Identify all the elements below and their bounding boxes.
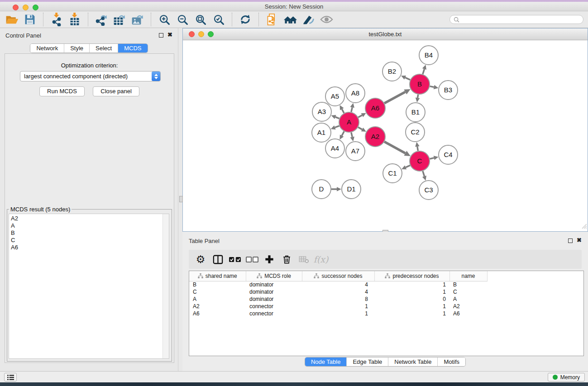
table-cell[interactable]: A [449, 295, 487, 303]
table-row[interactable]: A2connector11A2 [189, 303, 583, 310]
table-cell[interactable]: 1 [302, 310, 374, 317]
table-cell[interactable]: 0 [374, 295, 449, 303]
node-B4[interactable]: B4 [419, 46, 438, 65]
network-window-titlebar[interactable]: testGlobe.txt [183, 29, 588, 40]
edge-C-C2[interactable] [415, 142, 420, 151]
node-A8[interactable]: A8 [346, 84, 365, 103]
network-canvas[interactable]: AA1A2A3A4A5A6A7A8BB1B2B3B4CC1C2C3C4DD1 [183, 40, 588, 231]
refresh-icon[interactable] [236, 12, 254, 27]
settings-gear-icon[interactable]: ⚙ [194, 252, 207, 267]
zoom-in-icon[interactable] [155, 12, 173, 27]
close-panel-icon[interactable]: ✖ [167, 32, 172, 38]
column-header-predecessor-nodes[interactable]: predecessor nodes [374, 271, 449, 281]
delete-column-icon[interactable] [280, 252, 293, 267]
mcds-result-item[interactable]: A [9, 222, 169, 229]
select-all-columns-icon[interactable] [229, 252, 241, 267]
edge-A6-B[interactable] [384, 89, 411, 103]
table-cell[interactable]: connector [246, 303, 302, 310]
table-cell[interactable]: A2 [189, 303, 246, 310]
task-history-button[interactable] [4, 373, 17, 381]
table-cell[interactable]: A [189, 295, 246, 303]
edge-B-B3[interactable] [430, 85, 439, 89]
node-A[interactable]: A [339, 112, 359, 132]
tab-network[interactable]: Network [30, 44, 64, 52]
hide-details-icon[interactable] [299, 12, 317, 27]
app-titlebar[interactable]: Session: New Session [0, 2, 588, 11]
save-session-icon[interactable] [21, 12, 39, 27]
edge-A-A2[interactable] [358, 127, 366, 132]
column-header-shared-name[interactable]: shared name [189, 271, 246, 281]
table-cell[interactable]: 4 [302, 281, 374, 288]
edge-B-B1[interactable] [416, 95, 420, 102]
import-table-icon[interactable] [66, 12, 84, 27]
edge-A-A1[interactable] [331, 125, 339, 129]
mcds-result-item[interactable]: C [9, 237, 169, 244]
node-C1[interactable]: C1 [383, 164, 402, 183]
column-header-name[interactable]: name [449, 271, 487, 281]
edge-A2-C[interactable] [384, 142, 411, 156]
edge-C-C1[interactable] [402, 165, 410, 169]
table-cell[interactable]: A6 [189, 310, 246, 317]
edge-A-A3[interactable] [331, 115, 339, 119]
table-cell[interactable]: 1 [302, 303, 374, 310]
split-panel-icon[interactable] [211, 252, 224, 267]
add-column-icon[interactable] [263, 252, 276, 267]
edge-A-A5[interactable] [340, 105, 344, 113]
vertical-splitter-handle[interactable] [179, 196, 183, 202]
export-network-icon[interactable] [92, 12, 110, 27]
optimization-criterion-select[interactable]: largest connected component (directed) [20, 71, 161, 81]
edge-A-A8[interactable] [350, 103, 354, 112]
table-cell[interactable]: 8 [302, 295, 374, 303]
table-cell[interactable]: 1 [374, 281, 449, 288]
node-A1[interactable]: A1 [312, 123, 331, 142]
table-cell[interactable]: A6 [449, 310, 487, 317]
table-cell[interactable]: dominator [246, 288, 302, 295]
show-details-icon[interactable] [317, 12, 335, 27]
edge-A-A7[interactable] [350, 133, 354, 142]
search-box[interactable] [449, 15, 583, 24]
table-tab-network-table[interactable]: Network Table [388, 357, 438, 366]
table-cell[interactable]: dominator [246, 281, 302, 288]
mcds-result-item[interactable]: B [9, 229, 169, 237]
deselect-all-columns-icon[interactable] [246, 252, 258, 267]
table-tab-motifs[interactable]: Motifs [438, 357, 465, 366]
edge-D-D1[interactable] [331, 187, 341, 191]
table-row[interactable]: Cdominator41C [189, 288, 583, 295]
mcds-result-list[interactable]: A2ABCA6 [9, 214, 169, 359]
table-tab-edge-table[interactable]: Edge Table [347, 357, 388, 366]
edge-A-A6[interactable] [358, 113, 366, 117]
zoom-selected-icon[interactable] [210, 12, 228, 27]
node-B2[interactable]: B2 [382, 62, 402, 81]
clone-network-icon[interactable] [263, 12, 281, 27]
edge-C-C3[interactable] [422, 171, 426, 181]
tab-mcds[interactable]: MCDS [118, 44, 147, 52]
node-C2[interactable]: C2 [406, 123, 425, 142]
zoom-out-icon[interactable] [173, 12, 191, 27]
node-A7[interactable]: A7 [346, 142, 365, 161]
table-cell[interactable]: C [449, 288, 487, 295]
node-C4[interactable]: C4 [439, 145, 458, 164]
table-row[interactable]: A6connector11A6 [189, 310, 583, 317]
node-A6[interactable]: A6 [365, 98, 385, 118]
node-B3[interactable]: B3 [439, 81, 458, 100]
table-row[interactable]: Adominator80A [189, 295, 583, 303]
table-cell[interactable]: B [449, 281, 487, 288]
close-panel-button[interactable]: Close panel [93, 86, 139, 96]
table-tab-node-table[interactable]: Node Table [305, 357, 347, 366]
float-panel-icon[interactable] [159, 33, 163, 38]
node-B1[interactable]: B1 [406, 103, 425, 122]
mcds-result-item[interactable]: A2 [9, 215, 169, 222]
tab-select[interactable]: Select [90, 44, 118, 52]
node-B[interactable]: B [410, 74, 430, 94]
table-float-panel-icon[interactable] [568, 238, 573, 243]
table-cell[interactable]: connector [246, 310, 302, 317]
node-A3[interactable]: A3 [312, 102, 331, 121]
mcds-list-scrollbar[interactable] [163, 214, 169, 358]
tab-style[interactable]: Style [64, 44, 90, 52]
node-D1[interactable]: D1 [342, 180, 361, 199]
node-A5[interactable]: A5 [325, 87, 344, 106]
edge-C-C4[interactable] [430, 156, 439, 160]
import-network-icon[interactable] [48, 12, 66, 27]
mcds-result-item[interactable]: A6 [9, 244, 169, 251]
node-C[interactable]: C [410, 151, 430, 171]
